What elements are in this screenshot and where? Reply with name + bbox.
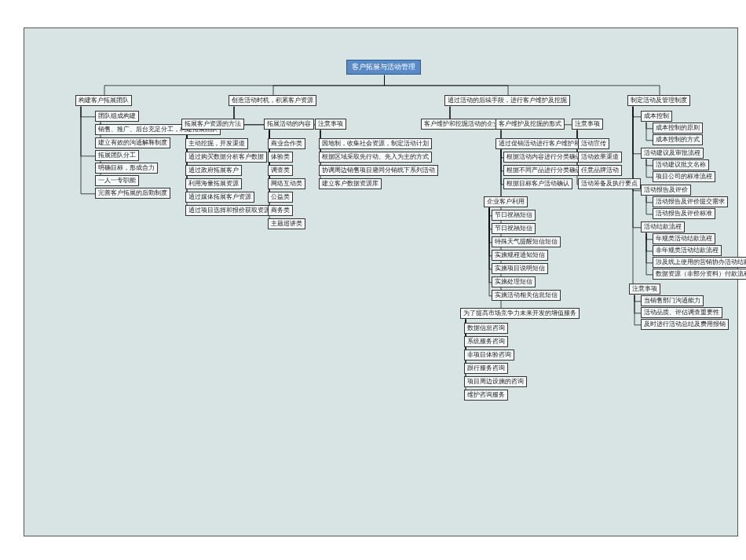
node-d2b1: 节日祝福短信 (492, 210, 536, 221)
node-e3b: 活动报告及评价标准 (653, 208, 715, 219)
node-n1: 团队组成构建 (95, 111, 139, 122)
node-e3: 活动报告及评价 (641, 185, 691, 196)
node-c3a: 因地制，收集社会资源，制定活动计划 (319, 138, 432, 149)
node-c1e: 通过媒体拓展客户资源 (185, 192, 254, 203)
node-e4c: 涉及线上使用的营销协办活动结款流程 (653, 257, 746, 268)
node-c3b: 根据区域采取先行动、先入为主的方式 (319, 152, 432, 163)
node-d2b3: 特殊天气提醒短信短信 (492, 236, 561, 247)
node-e5c: 及时进行活动总结及费用报销 (641, 319, 729, 330)
node-c1c: 通过政府拓展客户 (185, 165, 242, 176)
node-c1: 拓展客户资源的方法 (181, 119, 244, 130)
node-e5a: 当销售部门沟通能力 (641, 295, 704, 306)
node-root: 客户拓展与活动管理 (346, 60, 421, 75)
node-d2c4: 跟行服务咨询 (464, 363, 508, 374)
node-d2a2: 根据不同产品进行分类确认 (503, 165, 585, 176)
node-d2c6: 维护咨询服务 (464, 390, 508, 401)
node-d2b6: 实施处理短信 (492, 276, 536, 287)
node-d2b: 企业客户利用 (484, 196, 528, 207)
node-d3b: 活动效果渠道 (578, 152, 622, 163)
node-c2f: 商务类 (268, 205, 293, 216)
node-n4: 拓展团队分工 (95, 150, 139, 161)
node-d3c: 任意品牌活动 (578, 165, 622, 176)
node-c2d: 网络互动类 (268, 178, 305, 189)
node-d3d: 活动筹备及执行要点 (578, 178, 641, 189)
node-c1d: 利用海量拓展资源 (185, 178, 242, 189)
node-e5: 注意事项 (629, 284, 660, 295)
node-d2c: 为了提高市场竞争力未来开发的增值服务 (460, 308, 580, 319)
node-c2a: 商业合作类 (268, 138, 305, 149)
node-d2a1: 根据活动内容进行分类确认 (503, 152, 585, 163)
node-n7: 完善客户拓展的后勤制度 (95, 188, 170, 199)
node-e5b: 活动品质、评估调查重要性 (641, 307, 722, 318)
node-e2b: 项目公司的标准流程 (653, 171, 715, 182)
node-d2b2: 节日祝福短信 (492, 223, 536, 234)
node-e2a: 活动建议批文名称 (653, 159, 709, 170)
node-d2c2: 系统服务咨询 (464, 336, 508, 347)
node-e4: 活动结款流程 (641, 221, 685, 232)
node-c1a: 主动挖掘，开发渠道 (185, 138, 248, 149)
diagram-canvas: 客户拓展与活动管理构建客户拓展团队创造活动时机，积累客户资源通过活动的后续手段，… (24, 27, 738, 536)
node-n6: 一人一专职能 (95, 175, 139, 186)
node-c2g: 主题巡讲类 (268, 218, 305, 229)
node-c2: 拓展活动的内容 (264, 119, 314, 130)
node-d2c1: 数据信息咨询 (464, 323, 508, 334)
node-b4: 制定活动及管理制度 (627, 95, 690, 106)
node-e4b: 非年规类活动结款流程 (653, 245, 722, 256)
node-d3a: 活动宣传 (578, 138, 609, 149)
node-b1: 构建客户拓展团队 (75, 95, 132, 106)
node-c3d: 建立客户数据资源库 (319, 178, 382, 189)
node-c2b: 体验类 (268, 152, 293, 163)
node-c2c: 调查类 (268, 165, 293, 176)
node-d3: 注意事项 (572, 119, 603, 130)
node-d2c5: 项目周边设施的咨询 (464, 376, 527, 387)
node-c3c: 协调周边销售项目避同分销线下系列活动 (319, 165, 438, 176)
node-e4d: 数据资源（非部分资料）付款流程 (653, 269, 746, 280)
node-c3: 注意事项 (315, 119, 346, 130)
node-d2b7: 实施活动相关信息短信 (492, 290, 561, 301)
node-e1: 成本控制 (641, 111, 672, 122)
node-d2c3: 非项目体验咨询 (464, 350, 514, 361)
node-d2b5: 实施项目说明短信 (492, 263, 548, 274)
node-e1b: 成本控制的方式 (653, 134, 703, 145)
node-n5: 明确目标，形成合力 (95, 163, 158, 174)
node-e3a: 活动报告及评价提交需求 (653, 196, 728, 207)
node-b2: 创造活动时机，积累客户资源 (229, 95, 316, 106)
node-d2a3: 根据目标客户活动确认 (503, 178, 572, 189)
node-n3: 建立有效的沟通解释制度 (95, 137, 170, 148)
diagram-stage: 客户拓展与活动管理构建客户拓展团队创造活动时机，积累客户资源通过活动的后续手段，… (0, 0, 746, 560)
node-d2b4: 实施规程通知短信 (492, 250, 548, 261)
node-c2e: 公益类 (268, 192, 293, 203)
node-c1f: 通过项目选择和报价获取资源 (185, 205, 273, 216)
node-c1b: 通过购买数据分析客户数据 (185, 152, 267, 163)
node-e2: 活动建议及审批流程 (641, 148, 704, 159)
node-b3: 通过活动的后续手段，进行客户维护及挖掘 (444, 95, 570, 106)
node-e4a: 年规类活动结款流程 (653, 233, 715, 244)
node-e1a: 成本控制的原则 (653, 123, 703, 134)
node-d2: 客户维护及挖掘的形式 (496, 119, 565, 130)
